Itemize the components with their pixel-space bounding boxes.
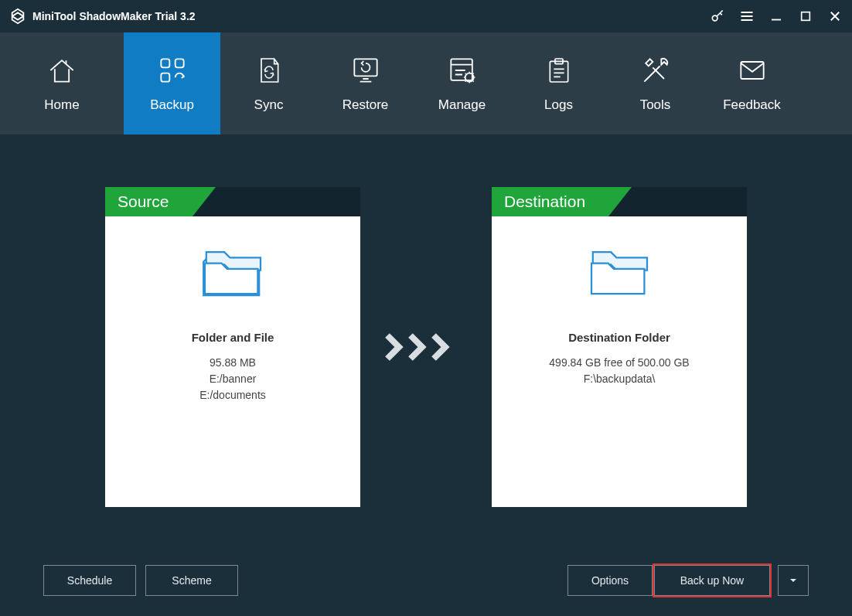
nav-label: Tools (640, 97, 671, 113)
menu-icon[interactable] (739, 9, 755, 24)
titlebar: MiniTool ShadowMaker Trial 3.2 (0, 0, 852, 32)
feedback-icon (735, 54, 769, 87)
destination-free: 499.84 GB free of 500.00 GB (492, 355, 747, 371)
key-icon[interactable] (710, 9, 725, 24)
nav-feedback[interactable]: Feedback (704, 32, 800, 134)
app-logo-icon (9, 8, 26, 25)
source-header: Source (105, 187, 360, 216)
nav-label: Restore (343, 97, 389, 113)
backup-icon (155, 54, 189, 87)
close-icon[interactable] (827, 9, 843, 24)
source-path-2: E:/documents (105, 387, 360, 403)
sync-icon (254, 54, 285, 87)
destination-path: F:\backupdata\ (492, 371, 747, 387)
main-nav: Home Backup Sync Restore Manage Logs Too… (0, 32, 852, 134)
source-size: 95.88 MB (105, 355, 360, 371)
destination-title: Destination Folder (492, 331, 747, 344)
options-button[interactable]: Options (567, 565, 653, 596)
maximize-icon[interactable] (798, 9, 813, 24)
backup-now-dropdown[interactable] (778, 565, 809, 596)
nav-manage[interactable]: Manage (414, 32, 510, 134)
nav-label: Manage (438, 97, 486, 113)
source-card[interactable]: Source Folder and File 95.88 MB E:/banne… (105, 187, 360, 507)
destination-card[interactable]: Destination Destination Folder 499.84 GB… (492, 187, 747, 507)
nav-tools[interactable]: Tools (607, 32, 704, 134)
destination-header: Destination (492, 187, 747, 216)
nav-backup[interactable]: Backup (124, 32, 220, 134)
nav-label: Home (44, 97, 79, 113)
app-title: MiniTool ShadowMaker Trial 3.2 (32, 10, 710, 22)
svg-rect-2 (161, 59, 169, 67)
svg-rect-1 (802, 12, 810, 21)
source-title: Folder and File (105, 331, 360, 344)
logs-icon (544, 54, 574, 87)
nav-label: Logs (544, 97, 573, 113)
backup-now-button[interactable]: Back up Now (654, 565, 770, 596)
schedule-button[interactable]: Schedule (43, 565, 136, 596)
transfer-arrows-icon (383, 187, 469, 507)
source-tab-label: Source (105, 187, 193, 216)
bottom-bar: Schedule Scheme Options Back up Now (0, 563, 852, 597)
svg-rect-10 (741, 62, 763, 79)
minimize-icon[interactable] (769, 9, 784, 24)
nav-sync[interactable]: Sync (220, 32, 317, 134)
content-area: Source Folder and File 95.88 MB E:/banne… (0, 134, 852, 616)
svg-rect-3 (175, 59, 183, 67)
nav-label: Feedback (723, 97, 781, 113)
folder-icon (198, 247, 268, 301)
manage-icon (445, 54, 479, 87)
destination-tab-label: Destination (492, 187, 608, 216)
chevron-down-icon (789, 576, 798, 585)
nav-label: Sync (254, 97, 284, 113)
restore-icon (349, 54, 383, 87)
svg-point-0 (712, 15, 717, 21)
svg-rect-4 (161, 73, 169, 82)
tools-icon (639, 54, 673, 87)
nav-logs[interactable]: Logs (510, 32, 607, 134)
source-path-1: E:/banner (105, 371, 360, 387)
nav-home[interactable]: Home (0, 32, 124, 134)
nav-label: Backup (150, 97, 194, 113)
scheme-button[interactable]: Scheme (145, 565, 238, 596)
nav-restore[interactable]: Restore (317, 32, 414, 134)
backup-now-highlight: Back up Now (653, 563, 772, 597)
home-icon (45, 54, 79, 87)
folder-icon (584, 247, 654, 301)
svg-rect-5 (354, 59, 377, 76)
svg-rect-6 (451, 59, 472, 80)
